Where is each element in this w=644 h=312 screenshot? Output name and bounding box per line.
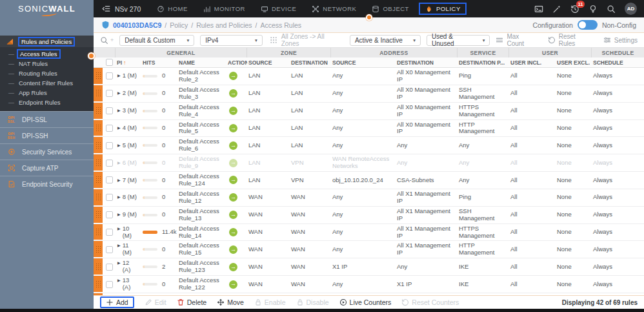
ip-version-dropdown[interactable]: IPv4 ▾ xyxy=(200,35,262,46)
drag-handle[interactable] xyxy=(94,68,103,85)
column-header-name[interactable]: NAME xyxy=(177,59,226,66)
delete-button[interactable]: Delete xyxy=(177,298,206,306)
column-header-user-excl-[interactable]: USER EXCL. xyxy=(556,59,592,66)
sidebar-item-endpoint-security[interactable]: Endpoint Security xyxy=(0,176,94,192)
expand-row-icon[interactable]: ▶ xyxy=(117,244,121,248)
allow-action-icon[interactable]: → xyxy=(229,72,237,80)
column-header-source[interactable]: SOURCE xyxy=(247,59,290,66)
sidebar-item-dpi-ssh[interactable]: DPISSHDPI-SSH xyxy=(0,127,94,143)
drag-handle[interactable] xyxy=(94,258,103,275)
row-checkbox[interactable] xyxy=(106,246,113,253)
nav-item-policy[interactable]: POLICY xyxy=(419,3,467,15)
table-row[interactable]: ▶1 (M)0Default Access Rule_2→LANLANAnyAl… xyxy=(94,68,644,85)
row-checkbox[interactable] xyxy=(106,160,113,167)
allow-action-icon[interactable]: → xyxy=(229,193,237,202)
history-icon[interactable]: 11 xyxy=(570,5,579,14)
drag-handle[interactable] xyxy=(94,103,103,120)
breadcrumb-device-id[interactable]: 0040103DA5C9 xyxy=(113,21,161,29)
allow-action-icon[interactable]: → xyxy=(229,176,237,184)
collapse-menu-icon[interactable] xyxy=(102,5,110,13)
allow-action-icon[interactable]: → xyxy=(229,124,237,132)
reset-rules-button[interactable]: Reset Rules xyxy=(548,33,592,47)
drag-handle[interactable] xyxy=(94,172,103,189)
table-row[interactable]: ▶2 (M)0Default Access Rule_3→LANLANAnyAl… xyxy=(94,85,644,103)
sort-asc-icon[interactable]: ↑ xyxy=(123,59,126,66)
expand-row-icon[interactable]: ▶ xyxy=(117,278,121,283)
column-header-schedule[interactable]: SCHEDULE xyxy=(592,59,644,66)
table-row[interactable]: ▶9 (M)0Default Access Rule_13→WANWANAnyA… xyxy=(94,207,644,224)
sidebar-item-access-rules[interactable]: —Access Rules xyxy=(0,49,94,59)
state-filter-dropdown[interactable]: Active & Inactive ▾ xyxy=(350,35,421,46)
row-checkbox[interactable] xyxy=(106,176,113,183)
row-checkbox[interactable] xyxy=(106,194,113,201)
drag-handle[interactable] xyxy=(94,224,103,241)
table-row[interactable]: ▶12 (A)2Default Access Rule_123→WANWANX1… xyxy=(94,258,644,276)
row-checkbox[interactable] xyxy=(106,211,113,218)
table-row[interactable]: ▶6 (M)0Default Access Rule_9→LANVPNWAN R… xyxy=(94,154,644,172)
allow-action-icon[interactable]: → xyxy=(229,280,237,289)
nav-item-object[interactable]: OBJECT xyxy=(366,3,414,15)
expand-row-icon[interactable]: ▶ xyxy=(117,213,121,217)
sidebar-item-nat-rules[interactable]: —NAT Rules xyxy=(0,59,94,68)
expand-row-icon[interactable]: ▶ xyxy=(117,143,121,148)
sidebar-item-security-services[interactable]: Security Services xyxy=(0,143,94,160)
expand-row-icon[interactable]: ▶ xyxy=(117,126,121,130)
drag-handle[interactable] xyxy=(94,207,103,224)
expand-row-icon[interactable]: ▶ xyxy=(117,227,121,231)
user-avatar[interactable]: AD xyxy=(625,3,637,15)
table-row[interactable]: ▶11 (M)0Default Access Rule_15→WANWANAny… xyxy=(94,241,644,258)
expand-row-icon[interactable]: ▶ xyxy=(117,161,121,165)
drag-handle[interactable] xyxy=(94,85,103,102)
sidebar-item-dpi-ssl[interactable]: DPISSLDPI-SSL xyxy=(0,111,94,127)
row-checkbox[interactable] xyxy=(106,90,113,97)
table-row[interactable]: ▶13 (A)0Default Access Rule_122→WANWANAn… xyxy=(94,276,644,293)
allow-action-icon[interactable]: → xyxy=(229,141,237,150)
zone-matrix-button[interactable]: All Zones -> All Zones xyxy=(268,33,344,47)
breadcrumb-part[interactable]: Access Rules xyxy=(260,21,301,29)
column-header-destination[interactable]: DESTINATION xyxy=(290,59,331,66)
nav-item-monitor[interactable]: MONITOR xyxy=(197,3,251,15)
drag-handle[interactable] xyxy=(94,241,103,258)
table-row[interactable]: ▶3 (M)0Default Access Rule_4→LANLANAnyAl… xyxy=(94,103,644,120)
table-row[interactable]: ▶4 (M)0Default Access Rule_5→LANLANAnyAl… xyxy=(94,120,644,138)
drag-handle[interactable] xyxy=(94,154,103,171)
table-row[interactable]: ▶7 (M)0Default Access Rule_124→LANVPNobj… xyxy=(94,172,644,189)
row-checkbox[interactable] xyxy=(106,229,113,236)
live-counters-button[interactable]: Live Counters xyxy=(339,298,392,306)
breadcrumb-part[interactable]: Policy xyxy=(170,21,188,29)
bulb-icon[interactable] xyxy=(589,5,598,14)
expand-row-icon[interactable]: ▶ xyxy=(117,178,121,183)
wand-icon[interactable] xyxy=(552,5,561,14)
column-header-pi[interactable]: PI↑ xyxy=(116,59,141,66)
expand-row-icon[interactable]: ▶ xyxy=(117,74,121,78)
expand-row-icon[interactable]: ▶ xyxy=(117,91,121,96)
expand-row-icon[interactable]: ▶ xyxy=(117,261,121,265)
rule-type-dropdown[interactable]: Default & Custom ▾ xyxy=(119,35,194,46)
sidebar-item-capture-atp[interactable]: Capture ATP xyxy=(0,160,94,176)
row-checkbox[interactable] xyxy=(106,125,113,132)
table-row[interactable]: ▶10 (M)11.4kDefault Access Rule_14→WANWA… xyxy=(94,224,644,242)
column-header-destination[interactable]: DESTINATION xyxy=(396,59,458,66)
sidebar-item-routing-rules[interactable]: —Routing Rules xyxy=(0,68,94,78)
add-filter-icon[interactable]: + xyxy=(110,37,114,43)
add-button[interactable]: Add xyxy=(100,296,134,308)
column-header-destination-p-[interactable]: DESTINATION P... xyxy=(458,59,509,66)
sidebar-item-content-filter-rules[interactable]: —Content Filter Rules xyxy=(0,78,94,88)
column-header-hits[interactable]: HITS xyxy=(141,59,177,66)
device-name[interactable]: NSv 270 xyxy=(115,5,141,13)
row-checkbox[interactable] xyxy=(106,264,113,271)
drag-handle[interactable] xyxy=(94,189,103,206)
breadcrumb-part[interactable]: Rules and Policies xyxy=(196,21,252,29)
settings-button[interactable]: Settings xyxy=(603,33,638,47)
max-count-button[interactable]: Max Count xyxy=(496,33,536,47)
select-all-checkbox[interactable] xyxy=(106,59,113,66)
row-checkbox[interactable] xyxy=(106,107,113,114)
drag-handle[interactable] xyxy=(94,120,103,137)
row-checkbox[interactable] xyxy=(106,72,113,79)
column-header-action[interactable]: ACTION xyxy=(226,59,247,66)
column-header-user-incl-[interactable]: USER INCL. xyxy=(509,59,556,66)
search-icon[interactable] xyxy=(607,5,616,14)
nav-item-home[interactable]: HOME xyxy=(151,3,194,15)
drag-handle[interactable] xyxy=(94,276,103,293)
allow-action-icon[interactable]: → xyxy=(229,263,237,271)
